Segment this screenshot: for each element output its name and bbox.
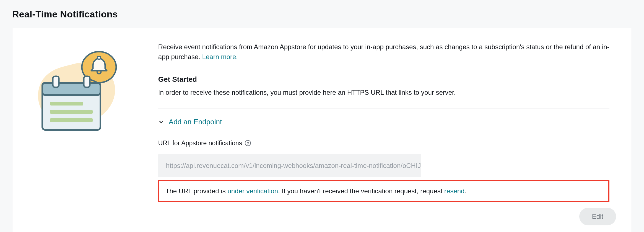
notifications-panel: Receive event notifications from Amazon … [12, 28, 632, 232]
vertical-divider [145, 44, 145, 217]
edit-button[interactable]: Edit [579, 208, 616, 225]
intro-text: Receive event notifications from Amazon … [158, 42, 609, 62]
page-title: Real-Time Notifications [12, 7, 632, 21]
status-suffix: . [464, 187, 466, 195]
get-started-heading: Get Started [158, 74, 609, 85]
svg-rect-1 [98, 56, 100, 59]
svg-rect-7 [50, 110, 93, 114]
svg-rect-6 [50, 102, 83, 106]
url-field-label: URL for Appstore notifications [158, 138, 242, 148]
help-icon[interactable]: ? [245, 140, 251, 146]
url-field: https://api.revenuecat.com/v1/incoming-w… [158, 154, 421, 177]
chevron-down-icon [158, 119, 164, 125]
svg-rect-3 [42, 83, 100, 95]
svg-rect-8 [50, 118, 93, 122]
section-divider [158, 109, 609, 109]
learn-more-link[interactable]: Learn more. [202, 53, 238, 60]
status-prefix: The URL provided is [165, 187, 228, 195]
get-started-description: In order to receive these notifications,… [158, 88, 609, 97]
notification-calendar-illustration [26, 44, 134, 217]
add-endpoint-expander[interactable]: Add an Endpoint [158, 117, 609, 127]
add-endpoint-label: Add an Endpoint [169, 117, 222, 127]
svg-rect-5 [84, 76, 90, 87]
content-area: Receive event notifications from Amazon … [158, 44, 616, 217]
under-verification-link[interactable]: under verification [227, 187, 278, 195]
resend-link[interactable]: resend [444, 187, 464, 195]
status-middle: . If you haven't received the verificati… [278, 187, 444, 195]
svg-rect-4 [53, 76, 59, 87]
verification-status: The URL provided is under verification. … [158, 180, 609, 202]
